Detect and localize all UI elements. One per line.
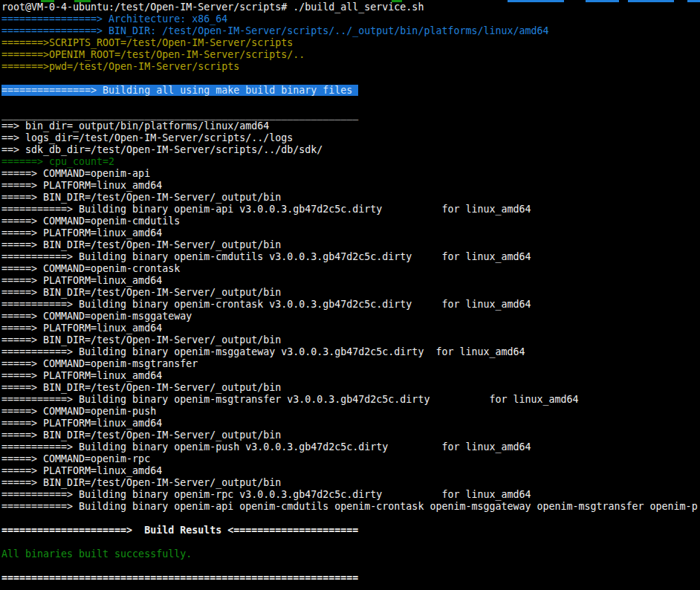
platform-line: =====> PLATFORM=linux_amd64	[1, 180, 700, 192]
scripts-root-line: =======>SCRIPTS_ROOT=/test/Open-IM-Serve…	[1, 37, 700, 49]
command-line-push: =====> COMMAND=openim-push	[1, 406, 700, 418]
bin-dir-line: =====> BIN_DIR=/test/Open-IM-Server/_out…	[1, 382, 700, 394]
pwd-line: =======>pwd=/test/Open-IM-Server/scripts	[1, 61, 700, 73]
building-binary-push: ===========> Building binary openim-push…	[1, 441, 700, 453]
openim-root-line: =======>OPENIM_ROOT=/test/Open-IM-Server…	[1, 49, 700, 61]
command-line-api: =====> COMMAND=openim-api	[1, 168, 700, 180]
command-line-rpc: =====> COMMAND=openim-rpc	[1, 453, 700, 465]
command-line-msggateway: =====> COMMAND=openim-msggateway	[1, 311, 700, 322]
command-line-crontask: =====> COMMAND=openim-crontask	[1, 263, 700, 275]
terminal-body[interactable]: root@VM-0-4-ubuntu:/test/Open-IM-Server/…	[1, 1, 700, 590]
blank-line	[1, 560, 700, 572]
logs-dir-var-line: ==> logs_dir=/test/Open-IM-Server/script…	[1, 132, 700, 144]
underscore-separator: ________________________________________…	[1, 108, 700, 120]
blank-line	[1, 97, 700, 108]
platform-line: =====> PLATFORM=linux_amd64	[1, 465, 700, 477]
platform-line: =====> PLATFORM=linux_amd64	[1, 418, 700, 429]
bin-dir-line: =====> BIN_DIR=/test/Open-IM-Server/_out…	[1, 239, 700, 251]
build-success-message: All binaries built successfully.	[1, 548, 700, 560]
building-binary-crontask: ===========> Building binary openim-cron…	[1, 299, 700, 311]
build-all-banner: ===============> Building all using make…	[1, 85, 700, 97]
bin-dir-line: =====> BIN_DIR=/test/Open-IM-Server/_out…	[1, 334, 700, 346]
platform-line: =====> PLATFORM=linux_amd64	[1, 275, 700, 287]
sdk-db-dir-var-line: ==> sdk_db_dir=/test/Open-IM-Server/scri…	[1, 144, 700, 156]
bin-dir-line: =====> BIN_DIR=/test/Open-IM-Server/_out…	[1, 429, 700, 441]
building-binary-msgtransfer: ===========> Building binary openim-msgt…	[1, 394, 700, 406]
prompt-line: root@VM-0-4-ubuntu:/test/Open-IM-Server/…	[1, 1, 700, 13]
bin-dir-var-line: ==> bin_dir=_output/bin/platforms/linux/…	[1, 120, 700, 132]
architecture-info-line: ================> Architecture: x86_64	[1, 13, 700, 25]
blank-line	[1, 73, 700, 85]
equals-separator: ========================================…	[1, 572, 700, 584]
cpu-count-line: ======> cpu_count=2	[1, 156, 700, 168]
bin-dir-line: =====> BIN_DIR=/test/Open-IM-Server/_out…	[1, 477, 700, 489]
building-all-binaries-line: ===========> Building binary openim-api …	[1, 501, 700, 513]
terminal-window: root@VM-0-4-ubuntu:/test/Open-IM-Server/…	[0, 0, 700, 590]
command-line-msgtransfer: =====> COMMAND=openim-msgtransfer	[1, 358, 700, 370]
building-binary-msggateway: ===========> Building binary openim-msgg…	[1, 346, 700, 358]
building-binary-api: ===========> Building binary openim-api …	[1, 204, 700, 215]
bin-dir-line: =====> BIN_DIR=/test/Open-IM-Server/_out…	[1, 192, 700, 204]
bin-dir-line: =====> BIN_DIR=/test/Open-IM-Server/_out…	[1, 287, 700, 299]
bin-dir-info-line: ================> BIN_DIR: /test/Open-IM…	[1, 25, 700, 37]
command-line-cmdutils: =====> COMMAND=openim-cmdutils	[1, 215, 700, 227]
platform-line: =====> PLATFORM=linux_amd64	[1, 370, 700, 382]
blank-line	[1, 513, 700, 525]
build-all-banner-text: ===============> Building all using make…	[1, 85, 358, 96]
build-results-header: =====================> Build Results <==…	[1, 525, 700, 536]
building-binary-rpc: ===========> Building binary openim-rpc …	[1, 489, 700, 501]
building-binary-cmdutils: ===========> Building binary openim-cmdu…	[1, 251, 700, 263]
platform-line: =====> PLATFORM=linux_amd64	[1, 322, 700, 334]
platform-line: =====> PLATFORM=linux_amd64	[1, 227, 700, 239]
blank-line	[1, 536, 700, 548]
